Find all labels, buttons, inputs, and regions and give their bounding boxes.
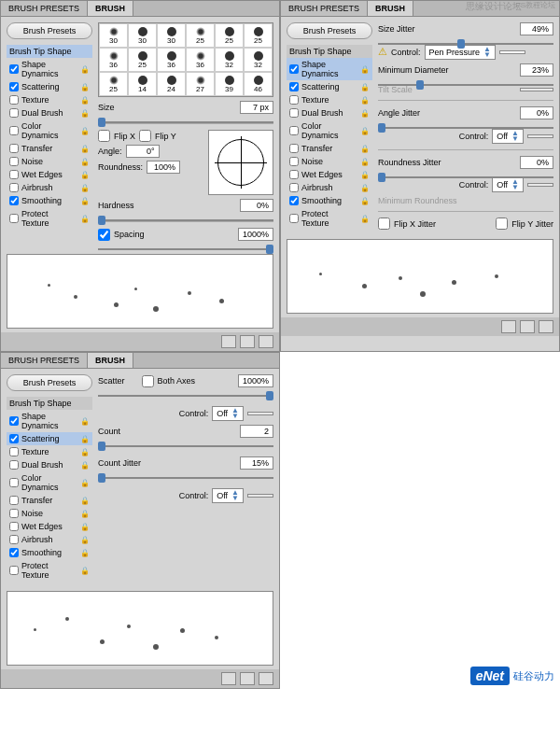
count-slider[interactable] <box>98 442 273 453</box>
brush-preset-46[interactable]: 46 <box>244 72 273 96</box>
sidebar-brush-tip-shape[interactable]: Brush Tip Shape <box>287 45 372 58</box>
both-axes-checkbox[interactable] <box>142 375 154 387</box>
lock-icon[interactable]: 🔒 <box>80 65 90 74</box>
lock-icon[interactable]: 🔒 <box>80 567 90 575</box>
brush-preset-grid[interactable]: 303030252525362536363232251424273946 <box>98 22 273 97</box>
sidebar-item-smoothing[interactable]: Smoothing🔒 <box>7 546 92 559</box>
lock-icon[interactable]: 🔒 <box>80 510 90 518</box>
spacing-value[interactable]: 1000% <box>238 228 273 241</box>
sidebar-item-texture[interactable]: Texture🔒 <box>7 93 92 106</box>
lock-icon[interactable]: 🔒 <box>80 145 90 153</box>
lock-icon[interactable]: 🔒 <box>80 448 90 456</box>
brush-preset-25[interactable]: 25 <box>244 23 273 48</box>
roundness-jitter-value[interactable]: 0% <box>520 156 553 169</box>
sidebar-item-shape-dynamics[interactable]: Shape Dynamics🔒 <box>287 58 372 80</box>
sidebar-item-protect-texture[interactable]: Protect Texture🔒 <box>7 559 92 582</box>
brush-preset-25[interactable]: 25 <box>128 48 157 72</box>
size-jitter-slider[interactable] <box>378 39 553 41</box>
flip-y-jitter-checkbox[interactable] <box>496 218 508 230</box>
lock-icon[interactable]: 🔒 <box>360 171 370 179</box>
brush-preset-36[interactable]: 36 <box>186 48 215 72</box>
toggle-preview-button[interactable] <box>221 335 236 348</box>
lock-icon[interactable]: 🔒 <box>360 96 370 105</box>
lock-icon[interactable]: 🔒 <box>80 435 90 443</box>
lock-icon[interactable]: 🔒 <box>80 536 90 544</box>
sidebar-item-color-dynamics[interactable]: Color Dynamics🔒 <box>7 471 92 494</box>
lock-icon[interactable]: 🔒 <box>80 417 90 426</box>
lock-icon[interactable]: 🔒 <box>360 158 370 166</box>
brush-preset-36[interactable]: 36 <box>157 48 186 72</box>
lock-icon[interactable]: 🔒 <box>360 65 370 74</box>
new-brush-button[interactable] <box>240 335 255 348</box>
brush-preset-39[interactable]: 39 <box>215 72 244 96</box>
sidebar-item-scattering[interactable]: Scattering🔒 <box>7 432 92 445</box>
count-jitter-slider[interactable] <box>98 473 273 484</box>
brush-preset-30[interactable]: 30 <box>99 23 128 48</box>
sidebar-item-shape-dynamics[interactable]: Shape Dynamics🔒 <box>7 410 92 432</box>
sidebar-item-transfer[interactable]: Transfer🔒 <box>287 142 372 155</box>
sidebar-item-texture[interactable]: Texture🔒 <box>7 445 92 458</box>
sidebar-item-dual-brush[interactable]: Dual Brush🔒 <box>287 106 372 119</box>
brush-preset-14[interactable]: 14 <box>128 72 157 96</box>
flip-x-jitter-checkbox[interactable] <box>378 218 390 230</box>
tab-brush[interactable]: BRUSH <box>88 353 133 368</box>
sidebar-item-texture[interactable]: Texture🔒 <box>287 93 372 106</box>
tab-presets[interactable]: BRUSH PRESETS <box>1 353 88 368</box>
min-diameter-slider[interactable] <box>378 80 553 82</box>
sidebar-brush-tip-shape[interactable]: Brush Tip Shape <box>7 397 92 410</box>
flip-y-checkbox[interactable] <box>139 130 151 142</box>
lock-icon[interactable]: 🔒 <box>360 109 370 118</box>
toggle-preview-button[interactable] <box>501 320 516 333</box>
lock-icon[interactable]: 🔒 <box>360 145 370 153</box>
angle-control-select[interactable]: Off▲▼ <box>492 129 524 144</box>
lock-icon[interactable]: 🔒 <box>360 184 370 192</box>
sidebar-item-transfer[interactable]: Transfer🔒 <box>7 494 92 507</box>
tab-presets[interactable]: BRUSH PRESETS <box>281 1 368 16</box>
sidebar-item-transfer[interactable]: Transfer🔒 <box>7 142 92 155</box>
size-value[interactable]: 7 px <box>240 101 273 114</box>
roundness-control-select[interactable]: Off▲▼ <box>492 177 524 192</box>
lock-icon[interactable]: 🔒 <box>360 127 370 135</box>
sidebar-item-scattering[interactable]: Scattering🔒 <box>287 80 372 93</box>
lock-icon[interactable]: 🔒 <box>80 549 90 557</box>
lock-icon[interactable]: 🔒 <box>80 171 90 179</box>
brush-presets-button[interactable]: Brush Presets <box>287 22 372 39</box>
tab-presets[interactable]: BRUSH PRESETS <box>1 1 88 16</box>
scatter-value[interactable]: 1000% <box>238 374 273 387</box>
lock-icon[interactable]: 🔒 <box>80 479 90 487</box>
sidebar-item-airbrush[interactable]: Airbrush🔒 <box>7 181 92 194</box>
sidebar-item-scattering[interactable]: Scattering🔒 <box>7 80 92 93</box>
brush-preset-36[interactable]: 36 <box>99 48 128 72</box>
roundness-jitter-slider[interactable] <box>378 173 553 175</box>
brush-preset-32[interactable]: 32 <box>244 48 273 72</box>
lock-icon[interactable]: 🔒 <box>80 83 90 91</box>
min-diameter-value[interactable]: 23% <box>520 63 553 77</box>
sidebar-item-wet-edges[interactable]: Wet Edges🔒 <box>7 520 92 533</box>
lock-icon[interactable]: 🔒 <box>80 461 90 470</box>
angle-value[interactable]: 0° <box>126 145 160 158</box>
scatter-slider[interactable] <box>98 391 273 402</box>
toggle-preview-button[interactable] <box>221 672 236 685</box>
new-brush-button[interactable] <box>240 672 255 685</box>
sidebar-item-protect-texture[interactable]: Protect Texture🔒 <box>7 207 92 230</box>
angle-jitter-slider[interactable] <box>378 123 553 125</box>
sidebar-item-color-dynamics[interactable]: Color Dynamics🔒 <box>287 119 372 142</box>
sidebar-item-smoothing[interactable]: Smoothing🔒 <box>287 194 372 207</box>
count-jitter-control-select[interactable]: Off▲▼ <box>212 488 244 503</box>
size-jitter-value[interactable]: 49% <box>520 22 553 35</box>
brush-preset-32[interactable]: 32 <box>215 48 244 72</box>
brush-preset-30[interactable]: 30 <box>128 23 157 48</box>
roundness-value[interactable]: 100% <box>147 161 180 174</box>
sidebar-item-dual-brush[interactable]: Dual Brush🔒 <box>7 106 92 119</box>
angle-jitter-value[interactable]: 0% <box>520 106 553 119</box>
tab-brush[interactable]: BRUSH <box>88 1 133 16</box>
sidebar-brush-tip-shape[interactable]: Brush Tip Shape <box>7 45 92 58</box>
lock-icon[interactable]: 🔒 <box>360 215 370 223</box>
sidebar-item-airbrush[interactable]: Airbrush🔒 <box>7 533 92 546</box>
sidebar-item-smoothing[interactable]: Smoothing🔒 <box>7 194 92 207</box>
sidebar-item-dual-brush[interactable]: Dual Brush🔒 <box>7 458 92 471</box>
spacing-checkbox[interactable] <box>98 229 110 241</box>
brush-presets-button[interactable]: Brush Presets <box>7 22 92 39</box>
delete-brush-button[interactable] <box>259 672 273 685</box>
lock-icon[interactable]: 🔒 <box>80 215 90 223</box>
